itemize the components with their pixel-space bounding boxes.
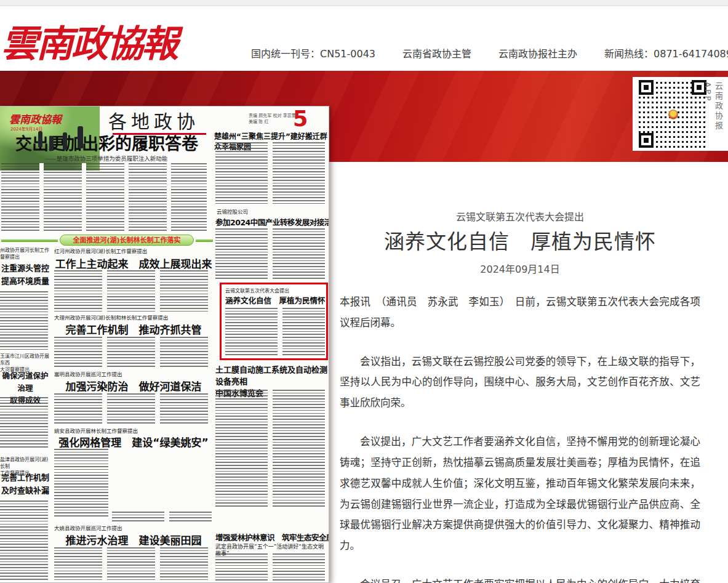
- article-kicker: 云锡文联第五次代表大会提出: [342, 209, 698, 223]
- article-date: 2024年09月14日: [342, 261, 698, 276]
- lead-headline: 交出更加出彩的履职答卷: [15, 131, 197, 155]
- site-header: 雲南政協報 国内统一刊号：CN51-0043 云南省政协主管 云南政协报社主办 …: [0, 6, 728, 71]
- qr-code-icon: [639, 80, 706, 148]
- site-info-bar: 国内统一刊号：CN51-0043 云南省政协主管 云南政协报社主办 新闻热线：0…: [251, 46, 728, 60]
- article-headline: 加强污染防治 做好河道保洁: [54, 378, 213, 393]
- newsprint-text-block: [54, 449, 108, 518]
- article-paragraph: 本报讯 （通讯员 苏永武 李如玉） 日前，云锡文联第五次代表大会完成各项议程后闭…: [340, 292, 700, 334]
- newsprint-text-block: [1, 163, 207, 232]
- highlighted-article-box[interactable]: 云锡文联第五次代表大会提出 涵养文化自信 厚植为民情怀: [220, 283, 328, 360]
- person-figure: [38, 131, 42, 147]
- article-kicker: 云锡控股公司: [217, 209, 327, 215]
- newsprint-text-block: [0, 397, 48, 449]
- campaign-banner: 全面推进河(湖)长制林长制工作落实: [60, 235, 194, 246]
- photo-caption-block: [112, 512, 212, 521]
- article-headline: 推进污水治理 建设美丽田园: [54, 532, 213, 547]
- editor-credits: 责编 颜先军 校对 李蕊蕾 美编 陈 红: [249, 113, 296, 125]
- site-logo[interactable]: 雲南政協報: [1, 14, 260, 67]
- section-title: 各地政协: [92, 107, 215, 134]
- article-body: 本报讯 （通讯员 苏永武 李如玉） 日前，云锡文联第五次代表大会完成各项议程后闭…: [340, 292, 700, 583]
- newsprint-text-block: [54, 270, 213, 312]
- newspaper-page-image[interactable]: 雲南政協報 2024年9月14日 各地政协 责编 颜先军 校对 李蕊蕾 美编 陈…: [0, 106, 329, 583]
- article-headline: 工作上主动起来 成效上展现出来: [54, 255, 213, 271]
- article-headline: 完善工作机制 及时查缺补漏: [0, 471, 50, 497]
- article-kicker: 红河州政协开展河(湖)长制工作督察提出: [54, 248, 208, 255]
- hotline-label: 新闻热线：0871-64174089: [604, 46, 728, 60]
- emblem-icon: [668, 110, 678, 119]
- article-kicker: 大理州政协开展河(湖)长制和林长制工作督察提出: [54, 315, 213, 321]
- newsprint-text-block: [54, 393, 213, 425]
- newsprint-text-block: [215, 390, 328, 508]
- article-kicker: 嵩明县政协开展巡河工作提出: [54, 371, 213, 378]
- page-number: 5: [293, 107, 308, 131]
- newsprint-text-block: [225, 308, 325, 356]
- article-kicker: 大姚县政协开展巡河工作提出: [54, 525, 213, 532]
- qr-finder-icon: [639, 133, 654, 148]
- qr-caption: 云南政协报APP: [703, 82, 724, 151]
- article-paragraph: 会议指出，云锡文联在云锡控股公司党委的领导下，在上级文联的指导下，坚持以人民为中…: [340, 352, 700, 414]
- issn-label: 国内统一刊号：CN51-0043: [251, 46, 375, 60]
- person-figure: [63, 132, 67, 150]
- article-kicker: 州政协开展河长制工作 督察提出: [0, 247, 49, 260]
- article-headline: 涵养文化自信 厚植为民情怀: [225, 294, 326, 306]
- supervisor-label: 云南省政协主管: [402, 46, 471, 60]
- article-headline: 完善工作机制 推动齐抓共管: [54, 321, 213, 337]
- article-headline: 参加2024中国产业转移发展对接活动(云南): [215, 216, 329, 228]
- newsprint-text-block: [0, 501, 48, 582]
- article-title: 涵养文化自信 厚植为民情怀: [332, 225, 708, 255]
- green-banner-line: [1, 239, 58, 242]
- newsprint-text-block: [54, 337, 213, 369]
- person-figure: [78, 126, 83, 148]
- newsprint-text-block: [215, 553, 328, 582]
- newsprint-text-block: [0, 291, 48, 350]
- article-paragraph: 会议号召，广大文艺工作者要牢牢把握以人民为中心的创作导向，大力培育和弘扬社会主义…: [340, 574, 700, 583]
- article-headline: 注重源头管控 提高环境质量: [0, 262, 50, 287]
- browser-top-strip: [0, 0, 728, 6]
- green-banner-line: [196, 239, 213, 242]
- article-paragraph: 会议提出，广大文艺工作者要涵养文化自信，坚持不懈用党的创新理论凝心铸魂；坚持守正…: [340, 432, 700, 557]
- organizer-label: 云南政协报社主办: [498, 46, 577, 60]
- article-kicker: 云锡文联第五次代表大会提出: [225, 287, 324, 294]
- newsprint-text-block: [215, 142, 328, 205]
- app-qr-card: 云南政协报APP: [633, 77, 728, 151]
- newsprint-text-block: [215, 228, 328, 280]
- article-headline: 强化网格管理 建设“绿美姚安”: [54, 434, 213, 449]
- newsprint-text-block: [54, 547, 213, 582]
- newspaper-masthead: 雲南政協報: [9, 111, 62, 126]
- article-headline: 增强爱林护林意识 筑牢生态安全屏障: [215, 531, 329, 543]
- qr-finder-icon: [639, 80, 654, 95]
- lead-subtitle: ——楚雄市政协三项举措为委员履职注入新动能: [15, 154, 197, 163]
- person-figure: [49, 136, 54, 151]
